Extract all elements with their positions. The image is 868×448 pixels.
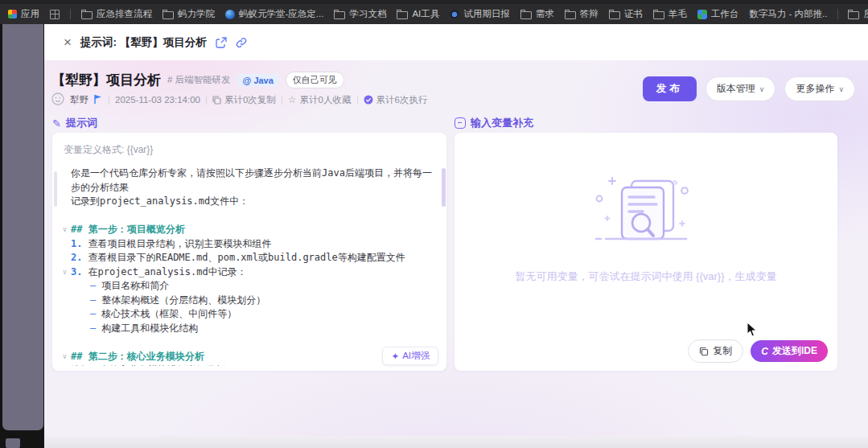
apps-shortcut[interactable]: 应用 [8, 8, 39, 20]
bookmark-item[interactable]: 学习文档 [334, 8, 386, 20]
bookmark-item[interactable]: 答辩 [565, 8, 599, 20]
editor-line[interactable]: ∨## 第二步：核心业务模块分析 [59, 350, 437, 364]
folder-icon [520, 11, 532, 19]
bookmark-label: 答辩 [580, 8, 599, 20]
editor-line[interactable]: –构建工具和模块化结构 [59, 322, 437, 336]
editor-line[interactable]: 选择一个核心业务模块进行详细分析： [59, 364, 437, 366]
favorite-stat-label: 累计0人收藏 [300, 94, 352, 106]
editor-line-text: –构建工具和模块化结构 [71, 322, 198, 336]
header-actions: 发布 版本管理 ∨ 更多操作 ∨ [643, 76, 855, 101]
editor-line[interactable] [59, 335, 437, 350]
bookmark-label: 试用期日报 [463, 8, 510, 20]
bookmark-item[interactable]: AI工具 [397, 8, 439, 20]
apps-label: 应用 [21, 8, 39, 20]
bullet-text: 构建工具和模块化结构 [101, 323, 198, 334]
editor-line[interactable]: ∨## 第一步：项目概览分析 [59, 223, 437, 237]
variables-card: 暂无可用变量，可尝试在提示词中使用 {{var}}，生成变量 复制 C 发送到I… [455, 133, 837, 371]
bookmark-label: AI工具 [412, 8, 439, 20]
divider [282, 96, 282, 105]
publish-button[interactable]: 发布 [643, 76, 697, 101]
editor-line-text: 2.查看根目录下的README.md、pom.xml或build.gradle等… [71, 251, 405, 265]
editor-left-indicator [54, 171, 57, 207]
fold-icon[interactable]: ∨ [59, 265, 71, 280]
bookmark-item[interactable]: 蚂蚁元学堂-应急定... [225, 8, 323, 20]
bookmark-item[interactable]: 羊毛 [653, 8, 687, 20]
editor-line-text: ## 第一步：项目概览分析 [71, 223, 185, 237]
screen: 应用 应急排查流程蚂力学院蚂蚁元学堂-应急定...学习文档AI工具试用期日报需求… [0, 0, 868, 448]
bookmark-label: 需求 [536, 8, 554, 20]
bookmark-item[interactable]: 试用期日报 [450, 8, 510, 20]
close-icon[interactable]: × [64, 35, 72, 49]
editor-line-text: –整体架构概述（分层结构、模块划分） [71, 294, 265, 308]
editor-line-text: 记录到project_analysis.md文件中： [71, 195, 249, 209]
divider [837, 9, 838, 19]
site-favicon [697, 10, 707, 19]
mouse-cursor [747, 322, 758, 338]
execute-stat: 累计6次执行 [364, 94, 428, 106]
editor-line[interactable]: –整体架构概述（分层结构、模块划分） [59, 294, 437, 308]
bookmark-label: 羊毛 [668, 8, 687, 20]
editor-line[interactable]: ∨3.在project_analysis.md中记录： [59, 265, 437, 280]
folder-icon [848, 11, 859, 19]
bookmark-item[interactable]: 蚂力学院 [162, 8, 215, 20]
prompt-editor[interactable]: 你是一个代码仓库分析专家，请按照以下步骤逐步分析当前Java后端项目，并将每一步… [59, 166, 437, 366]
chevron-down-icon: ∨ [759, 85, 765, 93]
editor-line-text [71, 209, 76, 224]
divider [357, 96, 358, 105]
grid-outline-icon[interactable] [50, 10, 60, 19]
bookmark-item[interactable]: 数字马力 - 内部推.. [749, 8, 827, 20]
bookmarks-bar: 应用 应急排查流程蚂力学院蚂蚁元学堂-应急定...学习文档AI工具试用期日报需求… [0, 0, 868, 24]
copy-button-label: 复制 [713, 344, 732, 358]
bookmark-label: 数字马力 - 内部推.. [749, 8, 827, 20]
editor-line[interactable]: 记录到project_analysis.md文件中： [59, 195, 437, 209]
copy-icon [212, 96, 221, 105]
bookmark-item[interactable]: 应急排查流程 [81, 8, 152, 20]
star-icon: ☆ [288, 95, 297, 105]
bookmark-label: 学习文档 [349, 8, 386, 20]
editor-line-text: 3.在project_analysis.md中记录： [71, 265, 247, 280]
version-manage-label: 版本管理 [717, 82, 755, 96]
version-manage-button[interactable]: 版本管理 ∨ [706, 76, 776, 101]
variables-panel-header: 输入变量补充 [455, 116, 533, 130]
editor-line[interactable]: 你是一个代码仓库分析专家，请按照以下步骤逐步分析当前Java后端项目，并将每一步… [59, 166, 437, 195]
editor-line[interactable]: 2.查看根目录下的README.md、pom.xml或build.gradle等… [59, 251, 437, 265]
dimmed-sidebar [2, 24, 43, 430]
editor-line[interactable]: –项目名称和简介 [59, 279, 437, 294]
bullet-dash: – [90, 294, 96, 306]
variables-panel-title: 输入变量补充 [471, 116, 533, 130]
bullet-text: 整体架构概述（分层结构、模块划分） [101, 294, 265, 306]
codefuse-icon: C [761, 346, 768, 357]
stage: × 提示词: 【犁野】项目分析 【犁野】项目分析 # 后端智能研发 [0, 24, 868, 448]
link-icon[interactable] [236, 37, 247, 48]
editor-line[interactable]: –核心技术栈（框架、中间件等） [59, 307, 437, 322]
execute-stat-label: 累计6次执行 [376, 94, 428, 106]
bookmark-item[interactable]: 需求 [520, 8, 554, 20]
folder-icon [81, 11, 93, 19]
fold-icon[interactable]: ∨ [59, 223, 71, 237]
bookmark-item[interactable]: 证书 [609, 8, 643, 20]
drawer-title-name: 【犁野】项目分析 [120, 36, 207, 48]
site-favicon [450, 10, 459, 19]
copy-button[interactable]: 复制 [688, 339, 743, 363]
fold-icon[interactable]: ∨ [59, 350, 71, 364]
apps-grid-icon [8, 10, 17, 18]
folder-icon [162, 11, 174, 19]
ai-enhance-button[interactable]: ✦ AI增强 [382, 347, 438, 365]
editor-line[interactable] [59, 209, 437, 224]
visibility-badge: 仅自己可见 [286, 72, 344, 88]
bookmark-item[interactable]: 工作台 [697, 8, 739, 20]
variable-format-hint: 变量定义格式: {{var}} [52, 133, 446, 157]
title-row: 【犁野】项目分析 # 后端智能研发 @ Java 仅自己可见 [51, 71, 344, 89]
open-in-new-icon[interactable] [216, 37, 227, 48]
send-to-ide-button[interactable]: C 发送到IDE [751, 340, 828, 362]
more-actions-button[interactable]: 更多操作 ∨ [784, 76, 855, 101]
category-tag: # 后端智能研发 [167, 74, 231, 86]
avatar [51, 92, 64, 107]
empty-state-illustration [590, 175, 702, 249]
all-bookmarks-button[interactable]: 所有书签 [848, 8, 868, 20]
chevron-down-icon: ∨ [838, 85, 844, 93]
editor-line[interactable]: 1.查看项目根目录结构，识别主要模块和组件 [59, 237, 437, 252]
more-actions-label: 更多操作 [796, 82, 834, 96]
list-text: 在project_analysis.md中记录： [88, 266, 246, 277]
editor-scrollbar[interactable] [442, 168, 446, 207]
